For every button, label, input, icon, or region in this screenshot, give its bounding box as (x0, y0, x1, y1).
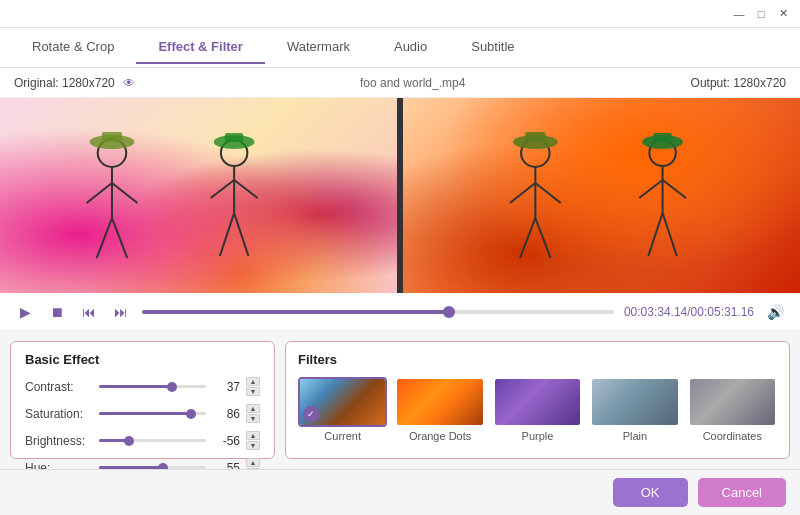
hue-label: Hue: (25, 461, 93, 470)
filter-image-coordinates (690, 379, 775, 425)
original-resolution: Original: 1280x720 (14, 76, 115, 90)
brightness-label: Brightness: (25, 434, 93, 448)
footer: OK Cancel (0, 469, 800, 515)
contrast-up[interactable]: ▲ (246, 377, 260, 386)
hue-slider[interactable] (99, 461, 206, 470)
contrast-label: Contrast: (25, 380, 93, 394)
tab-rotate-crop[interactable]: Rotate & Crop (10, 31, 136, 64)
filter-name-plain: Plain (623, 430, 647, 442)
titlebar: — □ ✕ (0, 0, 800, 28)
hue-spinner[interactable]: ▲ ▼ (246, 458, 260, 469)
progress-fill (142, 310, 449, 314)
time-display: 00:03:34.14/00:05:31.16 (624, 305, 754, 319)
filter-image-plain (592, 379, 677, 425)
contrast-down[interactable]: ▼ (246, 387, 260, 396)
stop-button[interactable]: ⏹ (46, 301, 68, 323)
preview-after (403, 98, 800, 293)
filter-item-purple[interactable]: Purple (493, 377, 582, 442)
preview-after-canvas (403, 98, 800, 293)
filter-thumb-purple (493, 377, 582, 427)
filter-name-coordinates: Coordinates (703, 430, 762, 442)
saturation-label: Saturation: (25, 407, 93, 421)
progress-bar[interactable] (142, 310, 614, 314)
brightness-spinner[interactable]: ▲ ▼ (246, 431, 260, 450)
brightness-row: Brightness: -56 ▲ ▼ (25, 431, 260, 450)
filter-thumb-orange (395, 377, 484, 427)
info-bar: Original: 1280x720 👁 foo and world_.mp4 … (0, 68, 800, 98)
filters-panel: Filters ✓ Current Orange Dots (285, 341, 790, 459)
filter-image-orange (397, 379, 482, 425)
filter-item-coordinates[interactable]: Coordinates (688, 377, 777, 442)
filter-name-current: Current (324, 430, 361, 442)
hue-value: 55 (212, 461, 240, 470)
filter-image-purple (495, 379, 580, 425)
brightness-slider[interactable] (99, 434, 206, 448)
saturation-value: 86 (212, 407, 240, 421)
saturation-row: Saturation: 86 ▲ ▼ (25, 404, 260, 423)
filters-title: Filters (298, 352, 777, 367)
ok-button[interactable]: OK (613, 478, 688, 507)
controls-bar: ▶ ⏹ ⏮ ⏭ 00:03:34.14/00:05:31.16 🔊 (0, 293, 800, 331)
filter-item-orange-dots[interactable]: Orange Dots (395, 377, 484, 442)
filter-item-plain[interactable]: Plain (590, 377, 679, 442)
preview-before (0, 98, 397, 293)
tab-watermark[interactable]: Watermark (265, 31, 372, 64)
output-resolution: Output: 1280x720 (691, 76, 786, 90)
saturation-down[interactable]: ▼ (246, 414, 260, 423)
contrast-row: Contrast: 37 ▲ ▼ (25, 377, 260, 396)
cancel-button[interactable]: Cancel (698, 478, 786, 507)
close-button[interactable]: ✕ (774, 5, 792, 23)
contrast-value: 37 (212, 380, 240, 394)
brightness-up[interactable]: ▲ (246, 431, 260, 440)
maximize-button[interactable]: □ (752, 5, 770, 23)
tab-effect-filter[interactable]: Effect & Filter (136, 31, 265, 64)
contrast-spinner[interactable]: ▲ ▼ (246, 377, 260, 396)
bottom-area: Basic Effect Contrast: 37 ▲ ▼ Saturation… (0, 331, 800, 469)
tab-subtitle[interactable]: Subtitle (449, 31, 536, 64)
filter-name-purple: Purple (522, 430, 554, 442)
hue-row: Hue: 55 ▲ ▼ (25, 458, 260, 469)
minimize-button[interactable]: — (730, 5, 748, 23)
contrast-slider[interactable] (99, 380, 206, 394)
basic-effect-panel: Basic Effect Contrast: 37 ▲ ▼ Saturation… (10, 341, 275, 459)
saturation-spinner[interactable]: ▲ ▼ (246, 404, 260, 423)
filename: foo and world_.mp4 (135, 76, 691, 90)
tabs-bar: Rotate & Crop Effect & Filter Watermark … (0, 28, 800, 68)
tab-audio[interactable]: Audio (372, 31, 449, 64)
filters-grid: ✓ Current Orange Dots Purple (298, 377, 777, 448)
filter-name-orange: Orange Dots (409, 430, 471, 442)
brightness-value: -56 (212, 434, 240, 448)
filter-thumb-coordinates (688, 377, 777, 427)
volume-button[interactable]: 🔊 (764, 301, 786, 323)
preview-area (0, 98, 800, 293)
play-button[interactable]: ▶ (14, 301, 36, 323)
filter-item-current[interactable]: ✓ Current (298, 377, 387, 442)
prev-frame-button[interactable]: ⏮ (78, 301, 100, 323)
basic-effect-title: Basic Effect (25, 352, 260, 367)
filter-thumb-current: ✓ (298, 377, 387, 427)
saturation-slider[interactable] (99, 407, 206, 421)
next-frame-button[interactable]: ⏭ (110, 301, 132, 323)
hue-up[interactable]: ▲ (246, 458, 260, 467)
brightness-down[interactable]: ▼ (246, 441, 260, 450)
preview-before-canvas (0, 98, 397, 293)
saturation-up[interactable]: ▲ (246, 404, 260, 413)
filter-thumb-plain (590, 377, 679, 427)
progress-thumb (443, 306, 455, 318)
eye-icon[interactable]: 👁 (123, 76, 135, 90)
